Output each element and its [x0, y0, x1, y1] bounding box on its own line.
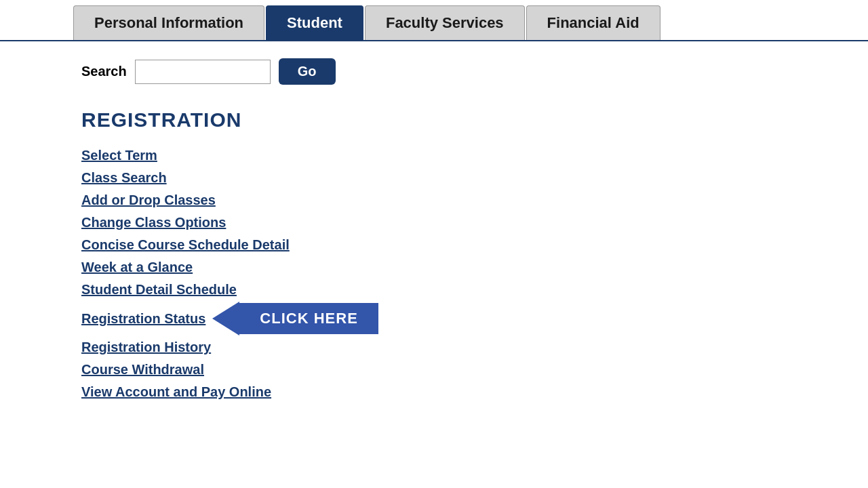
arrow-box: CLICK HERE: [212, 302, 378, 336]
tab-student[interactable]: Student: [266, 5, 363, 40]
tab-personal-information[interactable]: Personal Information: [73, 5, 264, 40]
click-here-container: CLICK HERE: [212, 302, 378, 336]
main-content: REGISTRATION Select Term Class Search Ad…: [0, 102, 868, 403]
registration-links: Select Term Class Search Add or Drop Cla…: [81, 145, 868, 403]
search-input[interactable]: [135, 60, 271, 84]
link-student-detail-schedule[interactable]: Student Detail Schedule: [81, 279, 237, 300]
link-change-class-options[interactable]: Change Class Options: [81, 212, 226, 233]
link-select-term[interactable]: Select Term: [81, 145, 157, 166]
link-view-account-and-pay-online[interactable]: View Account and Pay Online: [81, 382, 271, 403]
tab-financial-aid[interactable]: Financial Aid: [526, 5, 660, 40]
link-add-or-drop-classes[interactable]: Add or Drop Classes: [81, 190, 216, 211]
arrow-left-icon: [212, 302, 239, 336]
link-registration-history[interactable]: Registration History: [81, 337, 211, 358]
tab-faculty-services[interactable]: Faculty Services: [365, 5, 525, 40]
search-label: Search: [81, 64, 127, 79]
registration-status-row: Registration Status CLICK HERE: [81, 302, 868, 336]
go-button[interactable]: Go: [279, 58, 336, 85]
link-week-at-a-glance[interactable]: Week at a Glance: [81, 257, 193, 278]
link-class-search[interactable]: Class Search: [81, 167, 167, 188]
link-registration-status[interactable]: Registration Status: [81, 308, 205, 329]
tab-navigation: Personal Information Student Faculty Ser…: [0, 0, 868, 41]
link-concise-course-schedule-detail[interactable]: Concise Course Schedule Detail: [81, 235, 290, 256]
click-here-label[interactable]: CLICK HERE: [239, 303, 378, 334]
search-area: Search Go: [0, 41, 868, 102]
link-course-withdrawal[interactable]: Course Withdrawal: [81, 359, 204, 380]
registration-section-title: REGISTRATION: [81, 108, 868, 131]
